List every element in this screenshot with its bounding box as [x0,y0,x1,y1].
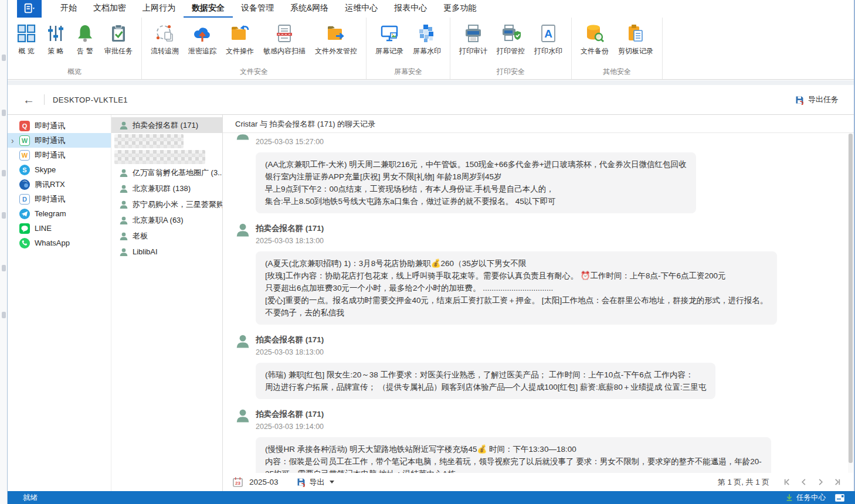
sidebar-item-skype[interactable]: S Skype [8,162,111,177]
conversation-item[interactable]: 亿万富翁孵化基地圈广 (3... [111,165,222,181]
alerts-button[interactable]: 告 警 [71,22,99,58]
tab-report-center[interactable]: 报表中心 [386,0,435,18]
file-backup-icon [585,23,605,43]
tencent-rtx-icon [19,179,30,190]
sensitive-scan-button[interactable]: 敏感内容扫描 [259,22,310,58]
conversation-item[interactable]: 拍卖会报名群 (171) [111,117,222,133]
tab-ops-center[interactable]: 运维中心 [337,0,386,18]
group-avatar-icon [235,333,250,349]
file-operations-icon [230,23,250,43]
flow-trace-icon [155,23,175,43]
message-line: 集合:早上8.50到地铁5号线大屯路东a口集合，做过证券的就不要报名。 45以下… [265,195,687,207]
ribbon-item-label: 泄密追踪 [188,46,216,56]
sidebar-item-im-q[interactable]: Q 即时通讯 [8,118,111,133]
leak-tracking-button[interactable]: 泄密追踪 [184,22,220,58]
policy-button[interactable]: 策 略 [42,22,70,58]
tab-doc-encryption[interactable]: 文档加密 [85,0,134,18]
ribbon-item-label: 打印水印 [534,46,562,56]
svg-text:A: A [544,28,552,40]
group-avatar-icon [119,121,128,130]
conversation-item[interactable]: LiblibAI [111,244,222,260]
export-tasks-button[interactable]: 导出任务 [795,94,839,105]
clipboard-record-icon [626,23,646,43]
chat-message: 拍卖会报名群 (171) 2025-03-03 18:13:00 (A夏天(北京… [235,222,846,325]
main-content: Q 即时通讯 W 即时通讯 W 即时通讯 S Skype 腾讯RTX [8,115,854,491]
chat-message: 拍卖会报名群 (171) 2025-03-03 18:13:00 (韩瑞) 兼职… [235,333,846,399]
print-watermark-icon: A [538,23,558,43]
task-center-label: 任务中心 [796,493,826,503]
print-control-button[interactable]: 打印管控 [493,22,529,58]
group-avatar-icon [119,247,128,257]
conversation-item[interactable]: 老板 [111,228,222,244]
prev-page-button[interactable] [799,478,808,486]
download-arrow-icon [785,493,793,502]
task-center-button[interactable]: 任务中心 [785,493,826,503]
approval-tasks-button[interactable]: 审批任务 [100,22,137,58]
message-panel-icon[interactable] [835,494,844,502]
chat-panel: Cristar 与 拍卖会报名群 (171) 的聊天记录 2025-03-03 … [223,115,854,491]
screen-watermark-button[interactable]: 屏幕水印 [409,22,445,58]
message-line: 不要鸽子，去的私信我 [265,307,768,319]
print-watermark-button[interactable]: A 打印水印 [530,22,566,58]
export-button[interactable]: 导出 [296,477,334,488]
message-line: (韩瑞) 兼职[红包] 限女生:20～38 工作要求：对医美行业熟悉，了解过医美… [265,369,706,381]
app-menu-button[interactable] [17,0,42,18]
app-menu-icon [23,2,36,15]
tab-system-network[interactable]: 系统&网络 [282,0,337,18]
calendar-icon: 23 [232,476,243,488]
sidebar-item-whatsapp[interactable]: WhatsApp [8,236,111,250]
sidebar-item-tencent-rtx[interactable]: 腾讯RTX [8,177,111,192]
chat-message: 拍卖会报名群 (171) 2025-03-03 19:14:00 (慢慢HR 承… [235,408,846,473]
sidebar-item-im-d[interactable]: D 即时通讯 [8,192,111,206]
conversation-item[interactable]: 北京兼职A (63) [111,212,222,228]
clipboard-record-button[interactable]: 剪切板记录 [614,22,657,58]
approval-tasks-icon [108,23,128,43]
conversation-item-redacted[interactable] [111,149,222,165]
sidebar-item-telegram[interactable]: Telegram [8,206,111,221]
overview-button[interactable]: 概 览 [12,22,40,58]
group-avatar-icon [119,216,128,225]
chat-title: Cristar 与 拍卖会报名群 (171) 的聊天记录 [223,115,854,133]
tab-data-security[interactable]: 数据安全 [184,0,233,18]
tab-web-behavior[interactable]: 上网行为 [134,0,184,18]
pagination [782,478,842,486]
first-page-button[interactable] [782,478,791,486]
conversation-item[interactable]: 北京兼职群 (138) [111,181,222,196]
back-arrow-icon[interactable]: ← [23,93,35,107]
conversation-item[interactable]: 苏宁易购小米，三星荟聚购... [111,196,222,212]
tab-device-management[interactable]: 设备管理 [233,0,282,18]
conversation-item-redacted[interactable] [111,133,222,149]
sidebar-item-line[interactable]: LINE [8,221,111,236]
tab-home[interactable]: 开始 [52,0,85,18]
calendar-button[interactable]: 23 [232,476,243,488]
tab-more-features[interactable]: 更多功能 [435,0,484,18]
ribbon-item-label: 文件备份 [581,46,609,56]
message-line: 周边进行客户拓展，品牌宣传； （提供专属礼品）顾客到店体验产品—个人提成100[… [265,381,706,393]
conversation-label: 苏宁易购小米，三星荟聚购... [133,199,222,210]
page-header: ← DESKTOP-VLKTLE1 导出任务 [8,85,854,115]
chat-scrollbar [848,134,853,473]
line-icon [19,223,30,234]
print-audit-button[interactable]: 打印审计 [455,22,491,58]
ribbon-group-label: 其他安全 [576,65,657,79]
flow-trace-button[interactable]: 流转追溯 [147,22,183,58]
alert-bell-icon [75,23,95,43]
sidebar-item-im-w-green[interactable]: W 即时通讯 [8,133,111,148]
file-outgoing-button[interactable]: 文件外发管控 [311,22,361,58]
file-backup-button[interactable]: 文件备份 [576,22,613,58]
sidebar-item-label: 腾讯RTX [35,179,65,190]
ribbon-item-label: 审批任务 [104,46,133,56]
last-page-button[interactable] [833,478,842,486]
group-avatar-icon [119,231,128,241]
screen-record-button[interactable]: 屏幕记录 [371,22,408,58]
sidebar-item-im-w-orange[interactable]: W 即时通讯 [8,148,111,162]
svg-text:23: 23 [235,481,240,486]
ribbon-group-label: 屏幕安全 [371,65,445,79]
month-selector[interactable]: 2025-03 [249,478,279,486]
scrollbar-thumb[interactable] [849,134,853,463]
message-time: 2025-03-03 15:27:00 [256,137,696,147]
sensitive-scan-icon [274,23,294,43]
file-operations-button[interactable]: 文件操作 [222,22,258,58]
message-line: [玫瑰]工作内容：协助花店打包花束，线上呼叫骑手取花束等。需要你认真负责且有耐心… [265,270,768,282]
next-page-button[interactable] [816,478,825,486]
